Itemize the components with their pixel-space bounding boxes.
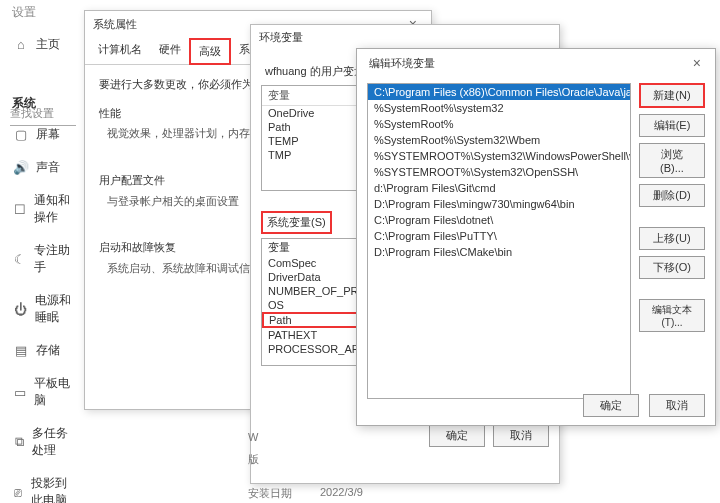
- home-icon: ⌂: [14, 38, 28, 52]
- ok-button[interactable]: 确定: [583, 394, 639, 417]
- multitask-icon: ⧉: [14, 435, 24, 449]
- bell-icon: ☐: [14, 202, 26, 216]
- new-button[interactable]: 新建(N): [639, 83, 705, 108]
- date-label: 安装日期: [248, 486, 292, 501]
- sidebar-item-focus[interactable]: ☾专注助手: [0, 234, 84, 284]
- path-item[interactable]: D:\Program Files\mingw730\mingw64\bin: [368, 196, 630, 212]
- sidebar-label: 专注助手: [34, 242, 76, 276]
- edit-path-dialog: 编辑环境变量 × C:\Program Files (x86)\Common F…: [356, 48, 716, 426]
- dialog-titlebar: 环境变量: [251, 25, 559, 50]
- sidebar-label: 多任务处理: [32, 425, 76, 459]
- dialog-title: 编辑环境变量: [369, 56, 435, 71]
- sidebar-label: 屏幕: [36, 126, 60, 143]
- edit-text-button[interactable]: 编辑文本(T)...: [639, 299, 705, 332]
- sound-icon: 🔊: [14, 161, 28, 175]
- ver-label: 版: [248, 452, 259, 467]
- sidebar-item-multitask[interactable]: ⧉多任务处理: [0, 417, 84, 467]
- path-item[interactable]: %SystemRoot%\system32: [368, 100, 630, 116]
- sidebar-home[interactable]: ⌂主页: [0, 28, 84, 61]
- tab-computer-name[interactable]: 计算机名: [89, 37, 151, 64]
- ok-button[interactable]: 确定: [429, 424, 485, 447]
- path-item[interactable]: D:\Program Files\CMake\bin: [368, 244, 630, 260]
- settings-sidebar: ⌂主页 查找设置 系统 ▢屏幕 🔊声音 ☐通知和操作 ☾专注助手 ⏻电源和睡眠 …: [0, 28, 84, 503]
- path-item[interactable]: d:\Program Files\Git\cmd: [368, 180, 630, 196]
- dialog-title: 系统属性: [93, 17, 137, 32]
- search-input[interactable]: 查找设置: [10, 104, 76, 126]
- browse-button[interactable]: 浏览(B)...: [639, 143, 705, 178]
- sidebar-item-project[interactable]: ⎚投影到此电脑: [0, 467, 84, 503]
- sidebar-label: 平板电脑: [34, 375, 76, 409]
- delete-button[interactable]: 删除(D): [639, 184, 705, 207]
- path-list[interactable]: C:\Program Files (x86)\Common Files\Orac…: [367, 83, 631, 399]
- down-button[interactable]: 下移(O): [639, 256, 705, 279]
- settings-title: 设置: [12, 4, 36, 21]
- tab-advanced[interactable]: 高级: [189, 38, 231, 65]
- display-icon: ▢: [14, 128, 28, 142]
- cancel-button[interactable]: 取消: [493, 424, 549, 447]
- path-item[interactable]: %SYSTEMROOT%\System32\OpenSSH\: [368, 164, 630, 180]
- path-item[interactable]: %SystemRoot%\System32\Wbem: [368, 132, 630, 148]
- sidebar-item-tablet[interactable]: ▭平板电脑: [0, 367, 84, 417]
- up-button[interactable]: 上移(U): [639, 227, 705, 250]
- path-item[interactable]: C:\Program Files\PuTTY\: [368, 228, 630, 244]
- storage-icon: ▤: [14, 344, 28, 358]
- project-icon: ⎚: [14, 485, 23, 499]
- sys-vars-label: 系统变量(S): [261, 211, 332, 234]
- moon-icon: ☾: [14, 252, 26, 266]
- sidebar-label: 主页: [36, 36, 60, 53]
- sidebar-label: 通知和操作: [34, 192, 76, 226]
- cancel-button[interactable]: 取消: [649, 394, 705, 417]
- sidebar-label: 存储: [36, 342, 60, 359]
- w-label: W: [248, 431, 258, 443]
- edit-button[interactable]: 编辑(E): [639, 114, 705, 137]
- dialog-titlebar: 编辑环境变量 ×: [357, 49, 715, 77]
- sidebar-item-sound[interactable]: 🔊声音: [0, 151, 84, 184]
- dialog-title: 环境变量: [259, 30, 303, 45]
- power-icon: ⏻: [14, 302, 27, 316]
- path-item[interactable]: C:\Program Files\dotnet\: [368, 212, 630, 228]
- sidebar-item-power[interactable]: ⏻电源和睡眠: [0, 284, 84, 334]
- date-value: 2022/3/9: [320, 486, 363, 501]
- close-icon[interactable]: ×: [687, 55, 707, 71]
- tab-hardware[interactable]: 硬件: [150, 37, 190, 64]
- sidebar-label: 电源和睡眠: [35, 292, 76, 326]
- path-item[interactable]: %SYSTEMROOT%\System32\WindowsPowerShell\…: [368, 148, 630, 164]
- path-item[interactable]: %SystemRoot%: [368, 116, 630, 132]
- sidebar-item-notifications[interactable]: ☐通知和操作: [0, 184, 84, 234]
- path-buttons: 新建(N) 编辑(E) 浏览(B)... 删除(D) 上移(U) 下移(O) 编…: [639, 83, 705, 399]
- sidebar-item-storage[interactable]: ▤存储: [0, 334, 84, 367]
- tablet-icon: ▭: [14, 385, 26, 399]
- sidebar-label: 投影到此电脑: [31, 475, 76, 503]
- sidebar-label: 声音: [36, 159, 60, 176]
- date-row: 安装日期 2022/3/9: [248, 486, 363, 501]
- path-item-selected[interactable]: C:\Program Files (x86)\Common Files\Orac…: [368, 84, 630, 100]
